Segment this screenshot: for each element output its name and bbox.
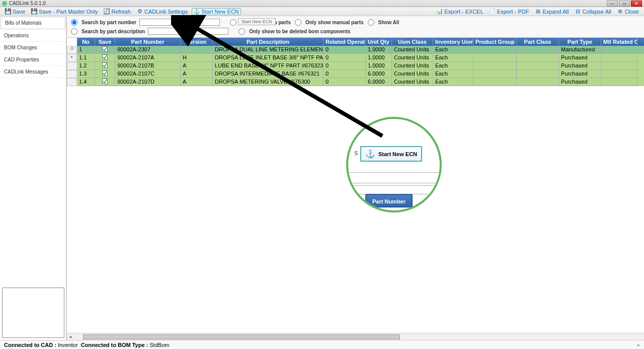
cell-unit-qty: 1.0000	[366, 54, 392, 62]
cell-product-group	[473, 62, 517, 70]
status-right-arrow-icon: ▸	[637, 342, 640, 347]
start-new-ecn-button[interactable]: ⚓Start New ECN	[192, 8, 241, 15]
close-label: Close	[625, 9, 639, 15]
col-inventory-uom[interactable]: Inventory Uom	[433, 38, 473, 46]
search-pd-input[interactable]	[148, 28, 228, 35]
export-pdf-button[interactable]: 📄Export - PDF	[488, 8, 531, 15]
cell-mtl	[601, 78, 637, 86]
row-gutter[interactable]	[67, 62, 77, 70]
col-mtl-related-op[interactable]: Mtl Related Op	[601, 38, 637, 46]
cell-uom-class: Counted Units	[392, 78, 433, 86]
col-related-op[interactable]: Related Operation	[324, 38, 366, 46]
toolbar: 💾Save 💾Save - Part Master Only 🔄Refresh …	[0, 7, 644, 16]
radio-only-manual[interactable]	[295, 19, 301, 26]
label-search-pd: Search by part description	[82, 29, 145, 34]
col-no[interactable]: No	[77, 38, 95, 46]
cell-description: DROPSA LUBE INLET BASE 3/8" NPTF PART #6…	[213, 54, 324, 62]
cell-no: 1.1	[77, 54, 95, 62]
collapse-all-button[interactable]: ⊟Collapse All	[573, 8, 613, 15]
col-part-class[interactable]: Part Class	[517, 38, 559, 46]
export-excel-label: Export - EXCEL	[444, 9, 484, 15]
radio-only-deleted[interactable]	[238, 28, 245, 35]
col-save[interactable]: Save	[95, 38, 115, 46]
radio-show-all[interactable]	[368, 19, 374, 26]
table-row[interactable]: 1.490002A-2107DADROPSA METERING VALVE #6…	[77, 78, 644, 86]
col-unit-qty[interactable]: Unit Qty	[366, 38, 392, 46]
sidebar-item-operations[interactable]: Operations	[0, 30, 66, 42]
export-excel-button[interactable]: 📊Export - EXCEL	[435, 8, 486, 15]
expand-all-button[interactable]: ⊞Expand All	[533, 8, 571, 15]
cell-part-number: 90002A-2107C	[115, 70, 181, 78]
close-button[interactable]: ⊗Close	[615, 8, 641, 15]
maximize-button[interactable]: ▭	[619, 1, 630, 7]
cell-part-type: Manufactured	[559, 46, 601, 54]
col-part-type[interactable]: Part Type	[559, 38, 601, 46]
radio-search-pn[interactable]	[71, 19, 77, 26]
export-pdf-label: Export - PDF	[497, 9, 529, 15]
row-gutter[interactable]: ▸	[67, 54, 77, 62]
cell-description: LUBE END BASE1/4" NPTF PART #676323	[213, 62, 324, 70]
cell-inventory-uom: Each	[433, 54, 473, 62]
row-gutter[interactable]: ⊟	[67, 46, 77, 54]
sidebar-item-cadlink-messages[interactable]: CADLink Messages	[0, 66, 66, 78]
minimize-button[interactable]: —	[607, 1, 618, 7]
status-bom-value: StdBom	[149, 342, 169, 348]
cell-save-checkbox[interactable]	[95, 70, 115, 78]
preview-box	[2, 288, 64, 338]
main-area: Search by part number Only show new part…	[66, 16, 644, 340]
settings-label: CADLink Settings	[144, 9, 188, 15]
sidebar: Bills of Materials Operations BOM Change…	[0, 16, 66, 340]
cell-save-checkbox[interactable]	[95, 62, 115, 70]
ecn-icon: ⚓	[194, 9, 200, 15]
expand-all-label: Expand All	[542, 9, 569, 15]
cell-part-type: Purchased	[559, 62, 601, 70]
save-pmo-button[interactable]: 💾Save - Part Master Only	[29, 8, 100, 15]
cell-save-checkbox[interactable]	[95, 78, 115, 86]
col-version[interactable]: Version	[181, 38, 213, 46]
sidebar-item-bom[interactable]: Bills of Materials	[1, 17, 65, 29]
col-product-group[interactable]: Product Group	[473, 38, 517, 46]
sidebar-item-bom-changes[interactable]: BOM Changes	[0, 42, 66, 54]
settings-button[interactable]: ⚙CADLink Settings	[135, 8, 190, 15]
sidebar-item-cad-properties[interactable]: CAD Properties	[0, 54, 66, 66]
label-only-new: Only show new parts	[240, 20, 291, 25]
titlebar: CADLink 5.0.1.0 — ▭ ✕	[0, 0, 644, 7]
cell-uom-class: Counted Units	[392, 46, 433, 54]
table-row[interactable]: 1.390002A-2107CADROPSA INTERMEDIATE BASE…	[77, 70, 644, 78]
row-gutter[interactable]	[67, 70, 77, 78]
col-part-number[interactable]: Part Number	[115, 38, 181, 46]
cell-mtl	[601, 70, 637, 78]
refresh-button[interactable]: 🔄Refresh	[102, 8, 133, 15]
grid-header: No Save Part Number Version Part Descrip…	[77, 38, 644, 46]
cell-save-checkbox[interactable]	[95, 54, 115, 62]
table-row[interactable]: 190002A-2307DROPSA DUAL LINE METERING EL…	[77, 46, 644, 54]
save-label: Save	[13, 9, 25, 15]
radio-only-new[interactable]	[230, 19, 236, 26]
cell-version: A	[181, 70, 213, 78]
radio-search-pd[interactable]	[71, 28, 77, 35]
cell-version: H	[181, 54, 213, 62]
pdf-icon: 📄	[490, 9, 496, 15]
col-uom-class[interactable]: Uom Class	[392, 38, 433, 46]
grid: No Save Part Number Version Part Descrip…	[67, 38, 644, 333]
row-gutter[interactable]	[67, 78, 77, 86]
expand-icon: ⊞	[535, 9, 541, 15]
cell-description: DROPSA METERING VALVE #676300	[213, 78, 324, 86]
collapse-icon: ⊟	[575, 9, 581, 15]
col-description[interactable]: Part Description	[213, 38, 324, 46]
scrollbar-thumb[interactable]	[83, 334, 400, 339]
cell-unit-qty: 1.0000	[366, 62, 392, 70]
cell-related-op: 0	[324, 46, 366, 54]
table-row[interactable]: 1.290002A-2107BALUBE END BASE1/4" NPTF P…	[77, 62, 644, 70]
status-bar: Connected to CAD :Inventor Connected to …	[0, 340, 644, 349]
cell-mtl	[601, 54, 637, 62]
search-pn-input[interactable]	[139, 19, 220, 26]
cell-part-class	[517, 46, 559, 54]
save-button[interactable]: 💾Save	[3, 8, 27, 15]
start-ecn-label: Start New ECN	[201, 9, 239, 15]
horizontal-scrollbar[interactable]: ◂	[67, 333, 644, 340]
table-row[interactable]: 1.190002A-2107AHDROPSA LUBE INLET BASE 3…	[77, 54, 644, 62]
close-window-button[interactable]: ✕	[631, 1, 642, 7]
cell-save-checkbox[interactable]	[95, 46, 115, 54]
cell-inventory-uom: Each	[433, 70, 473, 78]
